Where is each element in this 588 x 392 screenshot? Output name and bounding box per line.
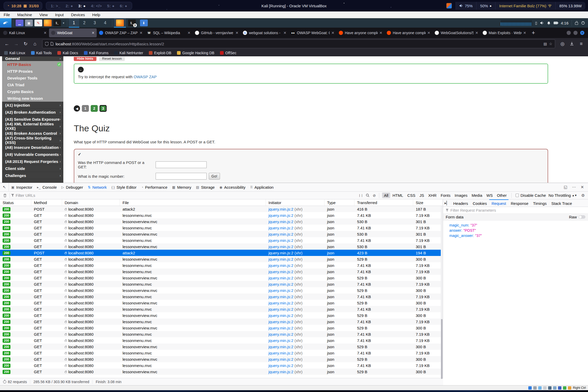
split-panel-toggle-icon[interactable]: ▸▏	[443, 201, 451, 205]
sidebar-category[interactable]: (A1) Injection ›	[2, 102, 63, 109]
host-workspace-item[interactable]: 6: ●	[118, 4, 129, 8]
vbox-menu-item[interactable]: Machine	[17, 13, 32, 17]
network-settings-gear-icon[interactable]: ⚙	[580, 193, 586, 198]
pause-requests-icon[interactable]: ❘❘	[357, 194, 364, 197]
sidebar-category[interactable]: (A2) Broken Authentication ›	[2, 109, 63, 116]
initiator-link[interactable]: jquery.min.js:2	[268, 263, 293, 268]
type-filter-button[interactable]: JS	[418, 193, 426, 198]
request-row[interactable]: 200 GET localhost:8080 lessonmenu.mvc jq…	[0, 237, 443, 243]
details-tab[interactable]: Cookies	[470, 199, 489, 207]
request-row[interactable]: 200 GET localhost:8080 lessonoverview.mv…	[0, 218, 443, 225]
browser-tab[interactable]: WebGoatSolutions/S ✕	[433, 28, 480, 37]
host-workspace-item[interactable]: 4: </>	[89, 4, 103, 8]
reload-button[interactable]: ↻	[21, 40, 30, 48]
tab-close-icon[interactable]: ✕	[44, 31, 47, 35]
sidebar-category[interactable]: Client side ›	[2, 165, 63, 172]
tab-close-icon[interactable]: ✕	[379, 31, 382, 35]
vbox-menu-item[interactable]: View	[39, 13, 48, 17]
type-filter-button[interactable]: Fonts	[439, 193, 452, 198]
details-tab[interactable]: Timings	[531, 199, 549, 207]
terminal-launcher-icon[interactable]: $_	[53, 20, 61, 26]
col-status[interactable]: Status	[0, 199, 31, 206]
col-transferred[interactable]: Transferred	[354, 199, 413, 206]
maximize-button[interactable]	[573, 31, 578, 35]
browser-tab[interactable]: G webgoat solutions - ✕	[241, 28, 289, 37]
tab-close-icon[interactable]: ✕	[427, 31, 430, 35]
forward-button[interactable]: →	[12, 40, 20, 48]
throttling-select[interactable]: No Throttling▲▼	[549, 193, 577, 198]
tab-close-icon[interactable]: ✕	[523, 31, 526, 35]
url-bar[interactable]: localhost:8080/WebGoat/start.mvc#lesson/…	[42, 39, 555, 48]
initiator-link[interactable]: jquery.min.js:2	[268, 270, 293, 274]
home-button[interactable]: ⌂	[31, 40, 39, 48]
vbox-menu-item[interactable]: File	[4, 13, 10, 17]
pagination-page-button[interactable]: 3	[100, 105, 107, 112]
devtools-close-icon[interactable]: ✕	[579, 184, 586, 190]
disable-cache-checkbox[interactable]: Disable Cache	[516, 193, 546, 198]
type-filter-button[interactable]: WS	[485, 193, 494, 198]
devtools-tool-tab[interactable]: ⇅ Network	[85, 183, 109, 191]
bookmark-star-icon[interactable]: ☆	[549, 42, 552, 46]
type-filter-button[interactable]: HTML	[391, 193, 405, 198]
col-type[interactable]: Type	[324, 199, 354, 206]
col-initiator[interactable]: Initiator	[266, 199, 324, 206]
http-command-input[interactable]	[156, 161, 207, 168]
sidebar-lesson-item[interactable]: HTTP Proxies ✓	[2, 68, 63, 75]
go-button[interactable]: Go!	[209, 173, 220, 180]
scrollbar-thumb[interactable]	[441, 319, 443, 379]
initiator-link[interactable]: jquery.min.js:2	[268, 282, 293, 286]
request-row[interactable]: 200 GET localhost:8080 lessonmenu.mvc jq…	[0, 268, 443, 275]
devtools-menu-icon[interactable]: ⋯	[570, 184, 578, 190]
request-row[interactable]: 200 GET localhost:8080 lessonoverview.mv…	[0, 369, 443, 375]
devtools-tool-tab[interactable]: ▦ Memory	[170, 183, 193, 191]
pagination-prev-button[interactable]: ◀	[74, 105, 80, 112]
pagination-page-button[interactable]: 1	[82, 105, 89, 112]
details-tab[interactable]: Stack Trace	[549, 199, 574, 207]
details-tab[interactable]: Response	[509, 199, 531, 207]
browser-tab[interactable]: GitHub - vernjan/we ✕	[193, 28, 241, 37]
form-data-param[interactable]: magic_num: "37"	[449, 223, 588, 228]
devtools-tool-tab[interactable]: ▷ Debugger	[59, 183, 85, 191]
request-row[interactable]: 200 GET localhost:8080 lessonoverview.mv…	[0, 344, 443, 350]
browser-tab[interactable]: ●● OWASP WebGoat: G ✕	[289, 28, 336, 37]
type-filter-button[interactable]: Other	[495, 193, 509, 198]
initiator-link[interactable]: jquery.min.js:2	[268, 219, 293, 224]
new-tab-button[interactable]: +	[529, 29, 538, 36]
bookmark-item[interactable]: Kali Docs	[57, 51, 78, 55]
bookmark-item[interactable]: Kali Linux	[4, 51, 25, 55]
sidebar-category[interactable]: (A7) Cross-Site Scripting (XSS) ›	[2, 137, 63, 144]
devtools-tool-tab[interactable]: ▤ Storage	[194, 183, 217, 191]
minimize-button[interactable]	[567, 31, 571, 35]
sidebar-category[interactable]: (A9) Vulnerable Components ›	[2, 151, 63, 158]
type-filter-button[interactable]: All	[382, 193, 390, 198]
reader-mode-icon[interactable]: ▤	[543, 42, 547, 46]
kali-workspace-number[interactable]: 2	[79, 18, 90, 28]
initiator-link[interactable]: jquery.min.js:2	[268, 320, 293, 324]
firefox-launcher-icon[interactable]	[44, 20, 52, 26]
volume-tray-icon[interactable]	[540, 21, 544, 24]
initiator-link[interactable]: jquery.min.js:2	[268, 370, 293, 374]
devtools-tool-tab[interactable]: ◔ Performance	[139, 183, 170, 191]
initiator-link[interactable]: jquery.min.js:2	[268, 238, 293, 243]
col-method[interactable]: Method	[31, 199, 62, 206]
host-brightness[interactable]: 50%●	[476, 2, 495, 10]
hint-prev-icon[interactable]: ←	[78, 67, 84, 72]
tab-close-icon[interactable]: ✕	[91, 31, 95, 35]
initiator-link[interactable]: jquery.min.js:2	[268, 345, 293, 349]
initiator-link[interactable]: jquery.min.js:2	[268, 251, 293, 255]
sidebar-lesson-item[interactable]: HTTP Basics ✓	[2, 61, 63, 68]
request-row[interactable]: 200 GET localhost:8080 lessonmenu.mvc jq…	[0, 225, 443, 231]
block-requests-icon[interactable]: ⊘	[371, 193, 378, 198]
sidebar-category-general[interactable]: General ›	[2, 56, 63, 61]
clear-requests-icon[interactable]	[2, 194, 8, 197]
notification-bell-icon[interactable]	[547, 21, 550, 25]
request-row[interactable]: 200 GET localhost:8080 lessonoverview.mv…	[0, 256, 443, 262]
bookmark-item[interactable]: Exploit-DB	[149, 51, 171, 55]
app-window-icon[interactable]: ▁	[16, 20, 23, 26]
request-row[interactable]: 200 GET localhost:8080 lessonoverview.mv…	[0, 356, 443, 362]
kali-workspace-number[interactable]: 1	[69, 18, 79, 28]
form-data-param[interactable]: answer: "POST"	[449, 228, 588, 233]
request-row[interactable]: 200 GET localhost:8080 lessonoverview.mv…	[0, 287, 443, 293]
taskbar-terminal-window[interactable]: $_ 3	[126, 18, 138, 28]
col-size[interactable]: Size	[413, 199, 443, 206]
